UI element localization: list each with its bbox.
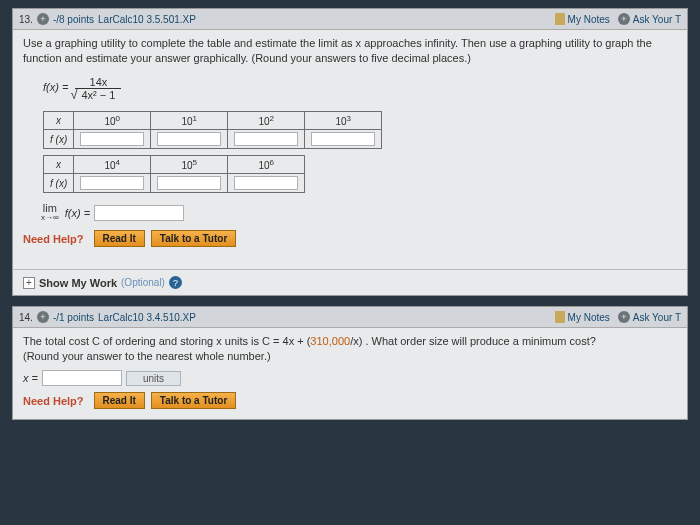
- function-lhs: f(x) =: [43, 81, 68, 93]
- ask-teacher-link[interactable]: Ask Your T: [633, 312, 681, 323]
- order-size-input[interactable]: [42, 370, 122, 386]
- table-1: x 100 101 102 103 f (x): [43, 111, 382, 149]
- question-13: 13. + -/8 points LarCalc10 3.5.501.XP My…: [12, 8, 688, 296]
- table2-x-label: x: [44, 156, 74, 174]
- need-help-row: Need Help? Read It Talk to a Tutor: [23, 392, 677, 409]
- my-notes-link[interactable]: My Notes: [568, 14, 610, 25]
- table-2: x 104 105 106 f (x): [43, 155, 305, 193]
- points-label: -/1 points: [53, 312, 94, 323]
- table2-input-2[interactable]: [234, 176, 298, 190]
- question-ref: LarCalc10 3.5.501.XP: [98, 14, 196, 25]
- points-label: -/8 points: [53, 14, 94, 25]
- my-notes-link[interactable]: My Notes: [568, 312, 610, 323]
- question-14: 14. + -/1 points LarCalc10 3.4.510.XP My…: [12, 306, 688, 420]
- question-header: 13. + -/8 points LarCalc10 3.5.501.XP My…: [13, 9, 687, 30]
- function-denominator: 4x² − 1: [79, 88, 117, 101]
- read-it-button[interactable]: Read It: [94, 230, 145, 247]
- question-body: The total cost C of ordering and storing…: [13, 328, 687, 419]
- table1-input-1[interactable]: [157, 132, 221, 146]
- table1-input-3[interactable]: [311, 132, 375, 146]
- table1-h-0: 100: [74, 111, 151, 129]
- question-ref: LarCalc10 3.4.510.XP: [98, 312, 196, 323]
- limit-input[interactable]: [94, 205, 184, 221]
- need-help-row: Need Help? Read It Talk to a Tutor: [23, 230, 677, 247]
- ask-teacher-icon[interactable]: +: [618, 13, 630, 25]
- table1-h-1: 101: [151, 111, 228, 129]
- question-header: 14. + -/1 points LarCalc10 3.4.510.XP My…: [13, 307, 687, 328]
- question-prompt: Use a graphing utility to complete the t…: [23, 36, 677, 66]
- function-numerator: 14x: [75, 76, 121, 89]
- notes-icon: [555, 13, 565, 25]
- function-definition: f(x) = 14x 4x² − 1: [23, 72, 677, 107]
- ask-teacher-icon[interactable]: +: [618, 311, 630, 323]
- table1-fx-label: f (x): [44, 130, 74, 149]
- optional-label: (Optional): [121, 277, 165, 288]
- table1-input-2[interactable]: [234, 132, 298, 146]
- table1-h-3: 103: [305, 111, 382, 129]
- table2-input-1[interactable]: [157, 176, 221, 190]
- answer-row: x = units: [23, 370, 677, 386]
- need-help-label: Need Help?: [23, 395, 84, 407]
- question-number: 14.: [19, 312, 33, 323]
- talk-tutor-button[interactable]: Talk to a Tutor: [151, 230, 236, 247]
- show-my-work-label: Show My Work: [39, 277, 117, 289]
- need-help-label: Need Help?: [23, 233, 84, 245]
- lim-fx: f(x) =: [65, 207, 90, 219]
- lim-sub: x→∞: [41, 214, 59, 222]
- info-icon[interactable]: ?: [169, 276, 182, 289]
- talk-tutor-button[interactable]: Talk to a Tutor: [151, 392, 236, 409]
- table1-input-0[interactable]: [80, 132, 144, 146]
- ask-teacher-link[interactable]: Ask Your T: [633, 14, 681, 25]
- table1-h-2: 102: [228, 111, 305, 129]
- expand-icon[interactable]: +: [37, 13, 49, 25]
- table2-h-0: 104: [74, 156, 151, 174]
- question-number: 13.: [19, 14, 33, 25]
- expand-icon[interactable]: +: [37, 311, 49, 323]
- table2-fx-label: f (x): [44, 174, 74, 193]
- read-it-button[interactable]: Read It: [94, 392, 145, 409]
- table2-input-0[interactable]: [80, 176, 144, 190]
- x-label: x =: [23, 372, 38, 384]
- plus-icon[interactable]: +: [23, 277, 35, 289]
- notes-icon: [555, 311, 565, 323]
- orange-value: 310,000: [310, 335, 350, 347]
- show-my-work-row[interactable]: + Show My Work (Optional) ?: [13, 269, 687, 295]
- units-box: units: [126, 371, 181, 386]
- table1-x-label: x: [44, 111, 74, 129]
- limit-row: lim x→∞ f(x) =: [41, 203, 677, 222]
- question-body: Use a graphing utility to complete the t…: [13, 30, 687, 257]
- table2-h-2: 106: [228, 156, 305, 174]
- table2-h-1: 105: [151, 156, 228, 174]
- question-prompt: The total cost C of ordering and storing…: [23, 334, 677, 364]
